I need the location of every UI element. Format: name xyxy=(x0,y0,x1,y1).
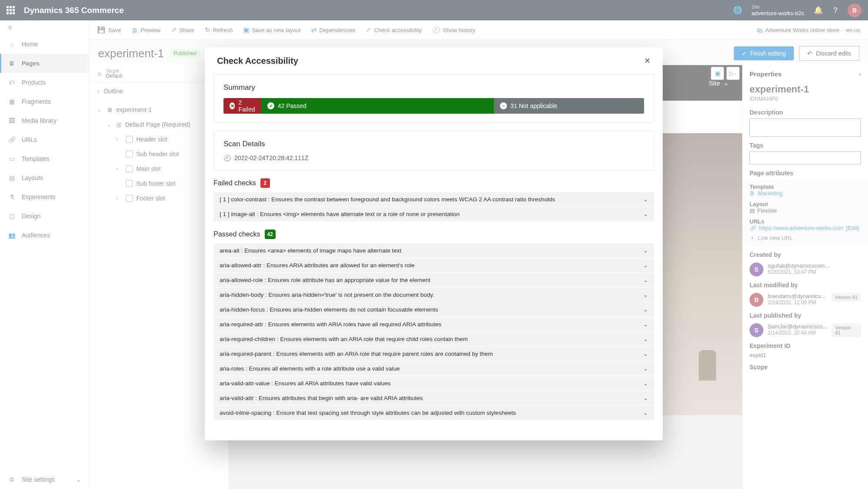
chevron-down-icon: ⌄ xyxy=(643,277,648,283)
accessibility-modal: Check Accessibility ✕ Summary ✕2 Failed … xyxy=(205,47,663,440)
passed-check-row[interactable]: area-alt : Ensures <area> elements of im… xyxy=(214,243,654,258)
check-icon: ✓ xyxy=(267,102,274,109)
chevron-down-icon: ⌄ xyxy=(643,321,648,328)
passed-checks-label: Passed checks xyxy=(214,230,260,238)
summary-label: Summary xyxy=(224,83,644,92)
passed-check-text: area-alt : Ensures <area> elements of im… xyxy=(220,247,401,254)
passed-check-text: aria-allowed-attr : Ensures ARIA attribu… xyxy=(220,262,414,269)
passed-check-text: aria-required-attr : Ensures elements wi… xyxy=(220,321,441,328)
close-icon[interactable]: ✕ xyxy=(644,56,651,66)
passed-check-row[interactable]: aria-hidden-body : Ensures aria-hidden='… xyxy=(214,288,654,302)
error-icon: ✕ xyxy=(230,102,235,109)
failed-check-text: [ 1 ] color-contrast : Ensures the contr… xyxy=(220,196,555,203)
summary-bar: ✕2 Failed ✓42 Passed –31 Not applicable xyxy=(224,98,644,114)
modal-title: Check Accessibility xyxy=(217,56,298,66)
failed-count-badge: 2 xyxy=(260,178,270,188)
passed-check-row[interactable]: avoid-inline-spacing : Ensure that text … xyxy=(214,406,654,420)
summary-failed: ✕2 Failed xyxy=(224,98,261,114)
failed-check-text: [ 1 ] image-alt : Ensures <img> elements… xyxy=(220,211,460,217)
scan-details-label: Scan Details xyxy=(224,140,644,148)
passed-check-row[interactable]: aria-valid-attr : Ensures attributes tha… xyxy=(214,391,654,406)
failed-checks-label: Failed checks xyxy=(214,179,256,187)
summary-card: Summary ✕2 Failed ✓42 Passed –31 Not app… xyxy=(214,74,654,123)
passed-check-text: aria-required-parent : Ensures elements … xyxy=(220,351,493,357)
passed-check-text: aria-valid-attr-value : Ensures all ARIA… xyxy=(220,380,391,387)
passed-check-row[interactable]: aria-required-parent : Ensures elements … xyxy=(214,347,654,361)
clock-icon: 🕘 xyxy=(224,154,231,161)
chevron-down-icon: ⌄ xyxy=(643,351,648,357)
minus-icon: – xyxy=(500,102,507,109)
failed-check-row[interactable]: [ 1 ] image-alt : Ensures <img> elements… xyxy=(214,207,654,222)
passed-check-text: aria-roles : Ensures all elements with a… xyxy=(220,365,400,372)
passed-check-text: aria-valid-attr : Ensures attributes tha… xyxy=(220,395,423,401)
chevron-down-icon: ⌄ xyxy=(643,380,648,387)
passed-check-text: aria-hidden-body : Ensures aria-hidden='… xyxy=(220,292,434,298)
scan-timestamp: 2022-02-24T20:28:42.111Z xyxy=(234,154,308,161)
passed-check-text: avoid-inline-spacing : Ensure that text … xyxy=(220,410,516,416)
summary-na: –31 Not applicable xyxy=(494,98,644,114)
passed-check-row[interactable]: aria-valid-attr-value : Ensures all ARIA… xyxy=(214,376,654,391)
chevron-down-icon: ⌄ xyxy=(643,262,648,269)
passed-check-text: aria-required-children : Ensures element… xyxy=(220,336,468,342)
chevron-down-icon: ⌄ xyxy=(643,196,648,203)
passed-check-text: aria-hidden-focus : Ensures aria-hidden … xyxy=(220,306,438,313)
chevron-down-icon: ⌄ xyxy=(643,336,648,342)
chevron-down-icon: ⌄ xyxy=(643,365,648,372)
chevron-down-icon: ⌄ xyxy=(643,211,648,217)
chevron-down-icon: ⌄ xyxy=(643,292,648,298)
passed-check-row[interactable]: aria-allowed-role : Ensures role attribu… xyxy=(214,273,654,288)
chevron-down-icon: ⌄ xyxy=(643,306,648,313)
chevron-down-icon: ⌄ xyxy=(643,410,648,416)
passed-check-row[interactable]: aria-allowed-attr : Ensures ARIA attribu… xyxy=(214,258,654,273)
failed-check-row[interactable]: [ 1 ] color-contrast : Ensures the contr… xyxy=(214,192,654,207)
passed-check-text: aria-allowed-role : Ensures role attribu… xyxy=(220,277,431,283)
summary-passed: ✓42 Passed xyxy=(261,98,494,114)
passed-check-row[interactable]: aria-required-attr : Ensures elements wi… xyxy=(214,317,654,332)
passed-check-row[interactable]: aria-hidden-focus : Ensures aria-hidden … xyxy=(214,302,654,317)
chevron-down-icon: ⌄ xyxy=(643,395,648,401)
passed-check-row[interactable]: aria-roles : Ensures all elements with a… xyxy=(214,361,654,376)
scan-details-card: Scan Details 🕘2022-02-24T20:28:42.111Z xyxy=(214,131,654,171)
passed-count-badge: 42 xyxy=(265,230,276,239)
chevron-down-icon: ⌄ xyxy=(643,247,648,254)
passed-check-row[interactable]: aria-required-children : Ensures element… xyxy=(214,332,654,347)
